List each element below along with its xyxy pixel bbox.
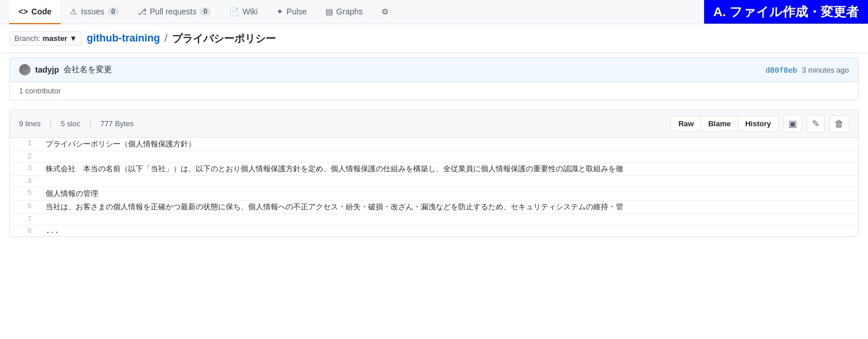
tab-bar: <> Code ⚠ Issues 0 ⎇ Pull requests 0 📄 W… <box>0 0 868 24</box>
tab-issues[interactable]: ⚠ Issues 0 <box>61 0 128 24</box>
tab-pull-requests[interactable]: ⎇ Pull requests 0 <box>128 0 220 24</box>
file-lines: 9 lines <box>19 119 41 128</box>
commit-right-section: d80f8eb 3 minutes ago <box>766 66 849 74</box>
table-row: 3株式会社 本当の名前（以下「当社」）は、以下のとおり個人情報保護方針を定め、個… <box>10 163 858 176</box>
contributor-bar: 1 contributor <box>9 82 859 100</box>
line-number: 2 <box>10 151 39 163</box>
table-row: 2 <box>10 151 858 163</box>
code-icon: <> <box>18 7 28 16</box>
file-header: 9 lines | 5 sloc | 777 Bytes Raw Blame H… <box>10 110 858 138</box>
table-row: 5個人情報の管理 <box>10 187 858 201</box>
commit-sha[interactable]: d80f8eb <box>766 66 798 74</box>
raw-button[interactable]: Raw <box>671 116 701 131</box>
file-bytes: 777 Bytes <box>100 119 134 128</box>
line-content: ... <box>39 225 858 237</box>
graphs-icon: ▤ <box>326 7 333 16</box>
line-content <box>39 151 858 163</box>
tab-code-label: Code <box>31 7 51 16</box>
file-meta-sep2: | <box>89 119 91 128</box>
line-number: 8 <box>10 225 39 237</box>
wiki-icon: 📄 <box>229 7 239 16</box>
contributor-label: contributor <box>25 86 61 95</box>
branch-selector[interactable]: Branch: master ▼ <box>9 31 82 46</box>
line-number: 1 <box>10 138 39 151</box>
desktop-icon[interactable]: ▣ <box>783 115 802 133</box>
tab-wiki[interactable]: 📄 Wiki <box>220 0 267 24</box>
commit-left-section: tadyjp 会社名を変更 <box>19 64 112 76</box>
file-sloc: 5 sloc <box>61 119 80 128</box>
tab-wiki-label: Wiki <box>242 7 257 16</box>
tab-pulse[interactable]: ✦ Pulse <box>267 0 316 24</box>
monitor-icon: ▣ <box>788 118 797 129</box>
tab-pullrequests-label: Pull requests <box>150 7 197 16</box>
file-meta: 9 lines | 5 sloc | 777 Bytes <box>19 119 134 128</box>
line-content: 個人情報の管理 <box>39 187 858 201</box>
delete-button[interactable]: 🗑 <box>829 115 849 133</box>
file-meta-sep1: | <box>50 119 51 128</box>
breadcrumb-separator: / <box>164 32 167 44</box>
table-row: 4 <box>10 176 858 187</box>
line-number: 4 <box>10 176 39 187</box>
table-row: 8... <box>10 225 858 237</box>
table-row: 6当社は、お客さまの個人情報を正確かつ最新の状態に保ち、個人情報への不正アクセス… <box>10 201 858 214</box>
line-number: 3 <box>10 163 39 176</box>
contributor-count: 1 <box>19 86 23 95</box>
tab-settings[interactable]: ⚙ <box>372 0 398 24</box>
edit-button[interactable]: ✎ <box>807 115 825 133</box>
branch-label-text: Branch: <box>14 34 40 43</box>
pencil-icon: ✎ <box>812 118 820 129</box>
branch-name: master <box>43 34 68 43</box>
breadcrumb-repo-link[interactable]: github-training <box>87 32 160 44</box>
file-actions: Raw Blame History ▣ ✎ 🗑 <box>671 115 849 133</box>
tab-pulse-label: Pulse <box>287 7 307 16</box>
file-viewer: 9 lines | 5 sloc | 777 Bytes Raw Blame H… <box>9 110 859 237</box>
annotation-banner: A. ファイル作成・変更者 <box>704 0 868 24</box>
line-content: 当社は、お客さまの個人情報を正確かつ最新の状態に保ち、個人情報への不正アクセス・… <box>39 201 858 214</box>
code-table: 1プライバシーポリシー（個人情報保護方針）23株式会社 本当の名前（以下「当社」… <box>10 138 858 236</box>
line-content: 株式会社 本当の名前（以下「当社」）は、以下のとおり個人情報保護方針を定め、個人… <box>39 163 858 176</box>
breadcrumb-filename: プライバシーポリシー <box>172 32 276 46</box>
view-buttons: Raw Blame History <box>671 116 779 131</box>
author-avatar <box>19 64 31 76</box>
line-number: 5 <box>10 187 39 201</box>
pull-requests-badge: 0 <box>200 7 211 16</box>
commit-time: 3 minutes ago <box>802 66 849 74</box>
annotation-text: A. ファイル作成・変更者 <box>713 3 859 21</box>
issues-icon: ⚠ <box>70 7 77 16</box>
trash-icon: 🗑 <box>835 119 844 129</box>
breadcrumb-bar: Branch: master ▼ github-training / プライバシ… <box>0 24 868 53</box>
commit-info-bar: tadyjp 会社名を変更 d80f8eb 3 minutes ago <box>9 58 859 82</box>
commit-message: 会社名を変更 <box>63 65 112 75</box>
tab-issues-label: Issues <box>81 7 104 16</box>
pulse-icon: ✦ <box>276 7 283 16</box>
line-number: 6 <box>10 201 39 214</box>
line-content <box>39 214 858 225</box>
line-number: 7 <box>10 214 39 225</box>
table-row: 7 <box>10 214 858 225</box>
history-button[interactable]: History <box>738 116 778 131</box>
pull-request-icon: ⎇ <box>137 7 147 16</box>
blame-button[interactable]: Blame <box>701 116 738 131</box>
commit-author[interactable]: tadyjp <box>35 65 59 74</box>
table-row: 1プライバシーポリシー（個人情報保護方針） <box>10 138 858 151</box>
issues-badge: 0 <box>108 7 119 16</box>
line-content: プライバシーポリシー（個人情報保護方針） <box>39 138 858 151</box>
tab-graphs-label: Graphs <box>336 7 363 16</box>
line-content <box>39 176 858 187</box>
gear-icon: ⚙ <box>381 7 389 16</box>
tab-graphs[interactable]: ▤ Graphs <box>316 0 372 24</box>
chevron-down-icon: ▼ <box>69 34 77 43</box>
tab-code[interactable]: <> Code <box>9 0 61 24</box>
